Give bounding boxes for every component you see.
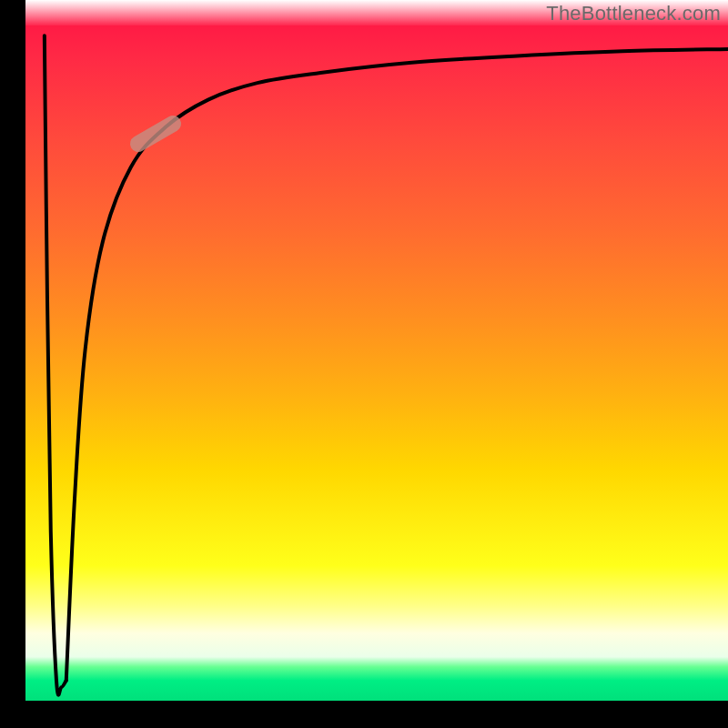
- curve-layer: [0, 0, 728, 728]
- chart-stage: TheBottleneck.com: [0, 0, 728, 728]
- curve-main: [66, 49, 728, 681]
- curve-left-dip: [45, 35, 66, 694]
- watermark-text: TheBottleneck.com: [546, 2, 721, 25]
